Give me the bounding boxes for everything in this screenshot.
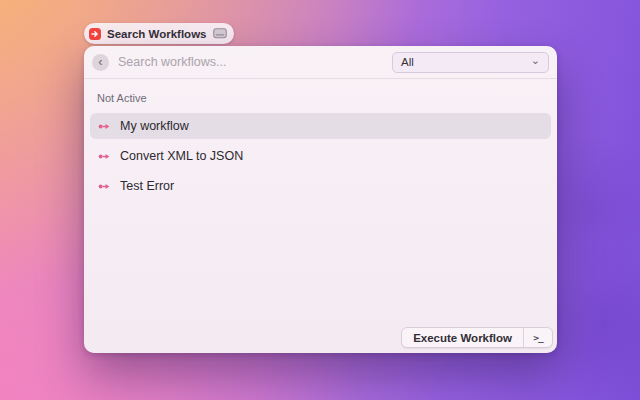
list-item-test-error[interactable]: Test Error <box>90 173 551 199</box>
run-arrow-icon <box>91 30 99 38</box>
chevron-left-icon: ‹ <box>98 55 102 68</box>
execute-workflow-split-button: Execute Workflow >_ <box>401 327 553 348</box>
workflow-icon <box>98 180 111 193</box>
filter-dropdown[interactable]: All ⌄ <box>392 52 549 73</box>
workflow-list: Not Active My workflow <box>84 79 557 327</box>
desktop-background: Search Workflows ‹ All ⌄ Not Active <box>0 0 640 400</box>
workflow-name: Convert XML to JSON <box>120 149 243 163</box>
app-icon <box>89 28 101 40</box>
back-button[interactable]: ‹ <box>92 54 109 71</box>
section-header: Not Active <box>90 79 551 113</box>
badge-title: Search Workflows <box>107 28 207 40</box>
search-input[interactable] <box>118 55 383 69</box>
search-workflows-window: ‹ All ⌄ Not Active My workflow <box>84 46 557 353</box>
window-footer: Execute Workflow >_ <box>84 327 557 353</box>
filter-value: All <box>401 56 414 68</box>
workflow-icon <box>98 120 111 133</box>
keyboard-icon <box>213 28 227 39</box>
list-item-convert-xml[interactable]: Convert XML to JSON <box>90 143 551 169</box>
window-title-badge[interactable]: Search Workflows <box>84 23 234 44</box>
list-item-my-workflow[interactable]: My workflow <box>90 113 551 139</box>
terminal-prompt-button[interactable]: >_ <box>524 328 552 347</box>
execute-workflow-button[interactable]: Execute Workflow <box>402 328 523 347</box>
window-header: ‹ All ⌄ <box>84 46 557 79</box>
workflow-name: Test Error <box>120 179 174 193</box>
chevron-down-icon: ⌄ <box>531 58 540 66</box>
terminal-icon: >_ <box>533 332 542 343</box>
workflow-name: My workflow <box>120 119 189 133</box>
workflow-icon <box>98 150 111 163</box>
